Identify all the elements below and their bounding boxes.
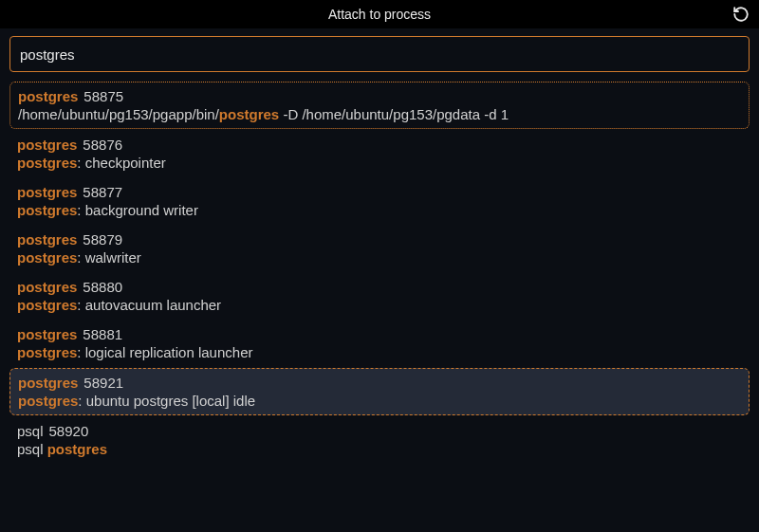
process-name: postgres — [17, 231, 77, 248]
process-pid: 58881 — [83, 326, 122, 342]
window-title: Attach to process — [328, 7, 431, 22]
process-item[interactable]: postgres58879postgres: walwriter — [9, 226, 750, 271]
process-detail: psql postgres — [17, 441, 742, 457]
process-detail: postgres: autovacuum launcher — [17, 297, 742, 313]
process-detail-match: postgres — [17, 249, 77, 266]
process-item[interactable]: postgres58876postgres: checkpointer — [9, 131, 750, 176]
process-list: postgres58875/home/ubuntu/pg153/pgapp/bi… — [0, 82, 759, 532]
process-detail-suffix: : walwriter — [77, 249, 141, 266]
refresh-icon[interactable] — [732, 6, 750, 23]
process-header: postgres58880 — [17, 279, 742, 295]
process-name: postgres — [17, 279, 77, 295]
process-detail-match: postgres — [17, 155, 77, 171]
process-detail-match: postgres — [17, 202, 77, 218]
search-bar[interactable] — [9, 36, 750, 72]
process-name: postgres — [18, 375, 78, 391]
process-header: postgres58877 — [17, 184, 742, 200]
process-header: psql58920 — [17, 423, 742, 439]
search-input[interactable] — [20, 46, 739, 63]
process-detail-match: postgres — [219, 106, 279, 122]
process-item[interactable]: postgres58880postgres: autovacuum launch… — [9, 273, 750, 319]
process-pid: 58875 — [83, 88, 123, 104]
process-name: postgres — [17, 184, 77, 200]
process-detail-prefix: psql — [17, 441, 47, 457]
process-detail-prefix: /home/ubuntu/pg153/pgapp/bin/ — [18, 106, 219, 122]
process-pid: 58876 — [83, 137, 122, 153]
process-detail: /home/ubuntu/pg153/pgapp/bin/postgres -D… — [18, 106, 741, 122]
process-detail-suffix: : logical replication launcher — [77, 344, 252, 360]
process-header: postgres58921 — [18, 375, 741, 391]
process-name: postgres — [17, 326, 77, 342]
process-pid: 58880 — [83, 279, 122, 295]
process-detail-suffix: : autovacuum launcher — [77, 297, 221, 313]
process-pid: 58879 — [83, 231, 122, 248]
process-item[interactable]: postgres58921postgres: ubuntu postgres [… — [9, 368, 750, 415]
process-name: postgres — [18, 88, 78, 104]
process-item[interactable]: postgres58877postgres: background writer — [9, 178, 750, 224]
process-detail-match: postgres — [18, 393, 78, 409]
process-detail-match: postgres — [47, 441, 107, 457]
process-detail-suffix: : background writer — [77, 202, 198, 218]
process-detail: postgres: walwriter — [17, 249, 742, 266]
process-header: postgres58875 — [18, 88, 741, 104]
process-name: psql — [17, 423, 44, 439]
process-detail-match: postgres — [17, 297, 77, 313]
process-detail: postgres: logical replication launcher — [17, 344, 742, 360]
process-detail-suffix: : ubuntu postgres [local] idle — [78, 393, 255, 409]
process-detail: postgres: ubuntu postgres [local] idle — [18, 393, 741, 409]
process-header: postgres58879 — [17, 231, 742, 248]
process-detail-suffix: -D /home/ubuntu/pg153/pgdata -d 1 — [279, 106, 509, 122]
process-pid: 58920 — [49, 423, 89, 439]
process-detail: postgres: background writer — [17, 202, 742, 218]
titlebar: Attach to process — [0, 0, 759, 28]
process-item[interactable]: postgres58875/home/ubuntu/pg153/pgapp/bi… — [9, 82, 750, 129]
process-pid: 58877 — [83, 184, 122, 200]
process-detail: postgres: checkpointer — [17, 155, 742, 171]
process-header: postgres58876 — [17, 137, 742, 153]
process-detail-suffix: : checkpointer — [77, 155, 165, 171]
process-header: postgres58881 — [17, 326, 742, 342]
process-name: postgres — [17, 137, 77, 153]
process-item[interactable]: psql58920psql postgres — [9, 417, 750, 463]
process-pid: 58921 — [83, 375, 123, 391]
process-item[interactable]: postgres58881postgres: logical replicati… — [9, 321, 750, 366]
process-detail-match: postgres — [17, 344, 77, 360]
